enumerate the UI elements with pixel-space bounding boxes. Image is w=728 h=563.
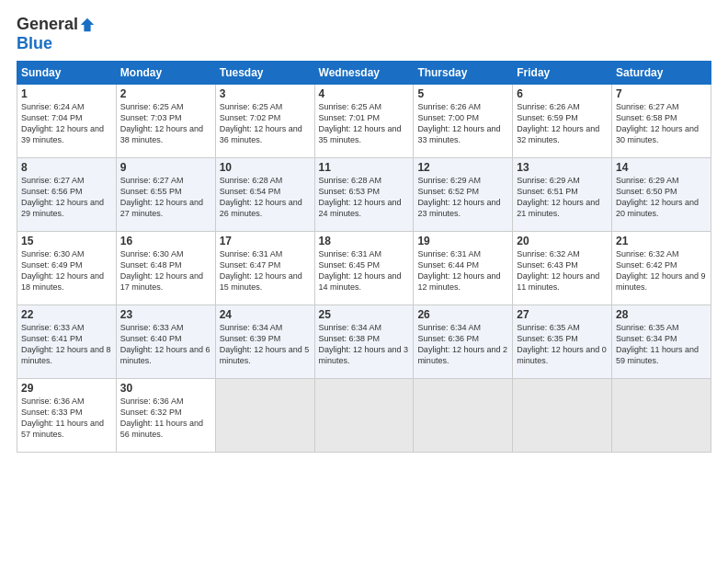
day-info: Sunrise: 6:33 AMSunset: 6:41 PMDaylight:…: [21, 322, 112, 367]
calendar-header-monday: Monday: [116, 62, 215, 85]
day-number: 5: [417, 87, 508, 100]
day-info: Sunrise: 6:31 AMSunset: 6:45 PMDaylight:…: [319, 248, 410, 293]
day-info: Sunrise: 6:34 AMSunset: 6:38 PMDaylight:…: [319, 322, 410, 367]
day-number: 19: [417, 235, 508, 247]
calendar-cell: 6Sunrise: 6:26 AMSunset: 6:59 PMDaylight…: [513, 85, 612, 158]
calendar-cell: 7Sunrise: 6:27 AMSunset: 6:58 PMDaylight…: [612, 85, 711, 158]
day-info: Sunrise: 6:36 AMSunset: 6:32 PMDaylight:…: [120, 396, 211, 441]
calendar-cell: 12Sunrise: 6:29 AMSunset: 6:52 PMDayligh…: [414, 158, 513, 232]
day-number: 4: [319, 87, 410, 100]
calendar-cell: 27Sunrise: 6:35 AMSunset: 6:35 PMDayligh…: [513, 305, 612, 379]
day-info: Sunrise: 6:32 AMSunset: 6:42 PMDaylight:…: [616, 248, 707, 293]
day-info: Sunrise: 6:26 AMSunset: 6:59 PMDaylight:…: [517, 101, 608, 146]
day-info: Sunrise: 6:27 AMSunset: 6:55 PMDaylight:…: [120, 175, 211, 220]
day-info: Sunrise: 6:34 AMSunset: 6:39 PMDaylight:…: [220, 322, 311, 367]
day-number: 29: [21, 382, 112, 395]
calendar-cell: 18Sunrise: 6:31 AMSunset: 6:45 PMDayligh…: [314, 232, 414, 305]
calendar-cell: 13Sunrise: 6:29 AMSunset: 6:51 PMDayligh…: [513, 158, 612, 232]
day-info: Sunrise: 6:29 AMSunset: 6:50 PMDaylight:…: [616, 175, 707, 220]
calendar-cell: 16Sunrise: 6:30 AMSunset: 6:48 PMDayligh…: [116, 232, 215, 305]
day-info: Sunrise: 6:28 AMSunset: 6:53 PMDaylight:…: [319, 175, 410, 220]
calendar-cell: 2Sunrise: 6:25 AMSunset: 7:03 PMDaylight…: [116, 85, 215, 158]
calendar-header-tuesday: Tuesday: [215, 62, 314, 85]
day-info: Sunrise: 6:25 AMSunset: 7:02 PMDaylight:…: [220, 101, 311, 146]
day-number: 16: [120, 235, 211, 247]
calendar-cell: 20Sunrise: 6:32 AMSunset: 6:43 PMDayligh…: [513, 232, 612, 305]
day-number: 22: [21, 308, 112, 321]
day-number: 14: [616, 161, 707, 174]
calendar-week-3: 15Sunrise: 6:30 AMSunset: 6:49 PMDayligh…: [17, 232, 711, 305]
calendar-header-row: SundayMondayTuesdayWednesdayThursdayFrid…: [17, 62, 711, 85]
calendar-cell: 23Sunrise: 6:33 AMSunset: 6:40 PMDayligh…: [116, 305, 215, 379]
calendar-cell: 26Sunrise: 6:34 AMSunset: 6:36 PMDayligh…: [414, 305, 513, 379]
calendar-cell: 1Sunrise: 6:24 AMSunset: 7:04 PMDaylight…: [17, 85, 117, 158]
day-number: 18: [319, 235, 410, 247]
calendar-cell: 24Sunrise: 6:34 AMSunset: 6:39 PMDayligh…: [215, 305, 314, 379]
day-info: Sunrise: 6:30 AMSunset: 6:49 PMDaylight:…: [21, 248, 112, 293]
day-info: Sunrise: 6:35 AMSunset: 6:34 PMDaylight:…: [616, 322, 707, 367]
day-number: 20: [517, 235, 608, 247]
calendar-cell: 9Sunrise: 6:27 AMSunset: 6:55 PMDaylight…: [116, 158, 215, 232]
day-number: 25: [319, 308, 410, 321]
calendar-cell: 29Sunrise: 6:36 AMSunset: 6:33 PMDayligh…: [17, 379, 117, 453]
day-number: 7: [616, 87, 707, 100]
calendar-cell: [215, 379, 314, 453]
day-number: 24: [220, 308, 311, 321]
calendar-header-thursday: Thursday: [414, 62, 513, 85]
header: General Blue: [17, 15, 711, 53]
day-number: 6: [517, 87, 608, 100]
calendar-cell: [314, 379, 414, 453]
day-info: Sunrise: 6:31 AMSunset: 6:44 PMDaylight:…: [417, 248, 508, 293]
calendar-cell: [414, 379, 513, 453]
day-info: Sunrise: 6:27 AMSunset: 6:58 PMDaylight:…: [616, 101, 707, 146]
calendar-week-2: 8Sunrise: 6:27 AMSunset: 6:56 PMDaylight…: [17, 158, 711, 232]
calendar-cell: 25Sunrise: 6:34 AMSunset: 6:38 PMDayligh…: [314, 305, 414, 379]
day-info: Sunrise: 6:31 AMSunset: 6:47 PMDaylight:…: [220, 248, 311, 293]
page: General Blue SundayMondayTuesdayWednesda…: [0, 0, 728, 462]
calendar-cell: [612, 379, 711, 453]
day-number: 15: [21, 235, 112, 247]
calendar-header-friday: Friday: [513, 62, 612, 85]
calendar-table: SundayMondayTuesdayWednesdayThursdayFrid…: [17, 61, 711, 453]
day-number: 3: [220, 87, 311, 100]
day-number: 17: [220, 235, 311, 247]
day-info: Sunrise: 6:33 AMSunset: 6:40 PMDaylight:…: [120, 322, 211, 367]
day-info: Sunrise: 6:28 AMSunset: 6:54 PMDaylight:…: [220, 175, 311, 220]
calendar-header-sunday: Sunday: [17, 62, 117, 85]
day-number: 11: [319, 161, 410, 174]
day-info: Sunrise: 6:34 AMSunset: 6:36 PMDaylight:…: [417, 322, 508, 367]
day-info: Sunrise: 6:32 AMSunset: 6:43 PMDaylight:…: [517, 248, 608, 293]
calendar-cell: 3Sunrise: 6:25 AMSunset: 7:02 PMDaylight…: [215, 85, 314, 158]
logo-general-text: General: [17, 15, 78, 34]
calendar-cell: 8Sunrise: 6:27 AMSunset: 6:56 PMDaylight…: [17, 158, 117, 232]
calendar-cell: [513, 379, 612, 453]
svg-marker-0: [81, 17, 94, 30]
day-info: Sunrise: 6:27 AMSunset: 6:56 PMDaylight:…: [21, 175, 112, 220]
calendar-cell: 21Sunrise: 6:32 AMSunset: 6:42 PMDayligh…: [612, 232, 711, 305]
calendar-week-4: 22Sunrise: 6:33 AMSunset: 6:41 PMDayligh…: [17, 305, 711, 379]
calendar-header-wednesday: Wednesday: [314, 62, 414, 85]
day-info: Sunrise: 6:24 AMSunset: 7:04 PMDaylight:…: [21, 101, 112, 146]
day-info: Sunrise: 6:30 AMSunset: 6:48 PMDaylight:…: [120, 248, 211, 293]
day-number: 10: [220, 161, 311, 174]
day-info: Sunrise: 6:35 AMSunset: 6:35 PMDaylight:…: [517, 322, 608, 367]
calendar-week-5: 29Sunrise: 6:36 AMSunset: 6:33 PMDayligh…: [17, 379, 711, 453]
day-number: 21: [616, 235, 707, 247]
day-number: 23: [120, 308, 211, 321]
day-number: 30: [120, 382, 211, 395]
calendar-cell: 22Sunrise: 6:33 AMSunset: 6:41 PMDayligh…: [17, 305, 117, 379]
calendar-cell: 17Sunrise: 6:31 AMSunset: 6:47 PMDayligh…: [215, 232, 314, 305]
calendar-cell: 19Sunrise: 6:31 AMSunset: 6:44 PMDayligh…: [414, 232, 513, 305]
calendar-cell: 15Sunrise: 6:30 AMSunset: 6:49 PMDayligh…: [17, 232, 117, 305]
day-info: Sunrise: 6:25 AMSunset: 7:01 PMDaylight:…: [319, 101, 410, 146]
day-info: Sunrise: 6:29 AMSunset: 6:51 PMDaylight:…: [517, 175, 608, 220]
day-number: 9: [120, 161, 211, 174]
calendar-cell: 4Sunrise: 6:25 AMSunset: 7:01 PMDaylight…: [314, 85, 414, 158]
day-number: 28: [616, 308, 707, 321]
day-number: 27: [517, 308, 608, 321]
calendar-cell: 5Sunrise: 6:26 AMSunset: 7:00 PMDaylight…: [414, 85, 513, 158]
day-number: 13: [517, 161, 608, 174]
day-info: Sunrise: 6:26 AMSunset: 7:00 PMDaylight:…: [417, 101, 508, 146]
day-number: 2: [120, 87, 211, 100]
calendar-cell: 10Sunrise: 6:28 AMSunset: 6:54 PMDayligh…: [215, 158, 314, 232]
